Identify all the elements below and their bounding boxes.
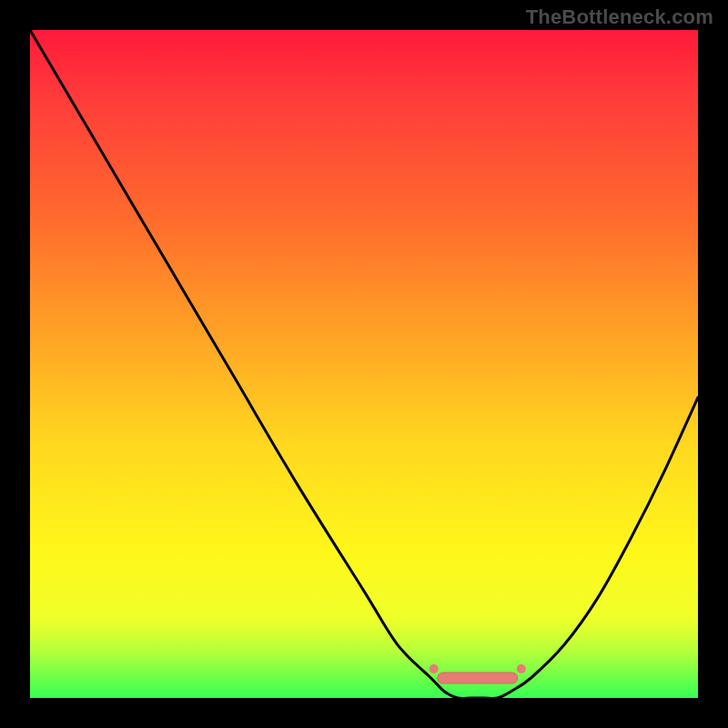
watermark-text: TheBottleneck.com (526, 5, 713, 29)
svg-point-2 (517, 664, 526, 673)
bottleneck-curve (30, 30, 698, 699)
sweet-spot-band (430, 664, 526, 683)
chart-frame: TheBottleneck.com (0, 0, 728, 728)
svg-point-1 (430, 664, 439, 673)
plot-area (30, 30, 698, 698)
chart-svg (30, 30, 698, 698)
svg-rect-0 (438, 672, 518, 683)
